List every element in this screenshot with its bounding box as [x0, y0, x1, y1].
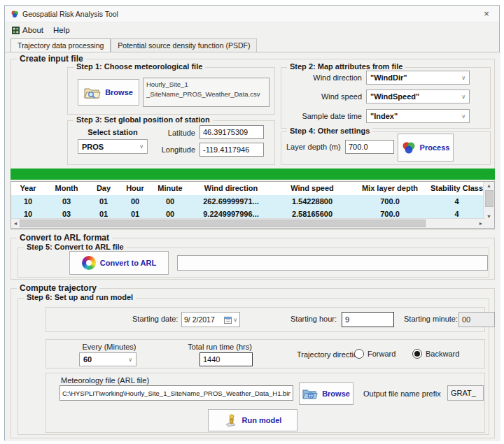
- wind-speed-label: Wind speed: [281, 92, 362, 101]
- folder-globe-icon: [302, 387, 318, 400]
- layer-depth-field[interactable]: [345, 140, 394, 154]
- met-arl-file-field-wrap: [59, 385, 293, 401]
- layer-depth-label: Layer depth (m): [286, 143, 341, 151]
- title-bar: Geospatial Risk Analysis Tool ×: [5, 6, 499, 22]
- starting-hour-label: Starting hour:: [290, 315, 337, 323]
- met-arl-file-label: Meteorology file (ARL file): [61, 376, 149, 385]
- col-header: Month: [45, 182, 88, 195]
- process-button[interactable]: Process: [398, 134, 454, 162]
- process-progress-bar: [10, 169, 495, 180]
- step5-title: Step 5: Convert to ARL file: [24, 243, 127, 251]
- chevron-down-icon: ∨: [128, 357, 132, 363]
- browse-arl-file-button[interactable]: Browse: [299, 382, 354, 405]
- every-minutes-select[interactable]: 60 ∨: [79, 352, 136, 366]
- scroll-left-icon[interactable]: ◄: [11, 221, 20, 226]
- step6-title: Step 6: Set up and run model: [24, 293, 136, 301]
- col-header: Hour: [119, 182, 151, 195]
- step2-title: Step 2: Map attributes from file: [287, 62, 405, 71]
- total-run-time-label: Total run time (hrs): [181, 343, 258, 351]
- scrollbar-corner: [484, 219, 494, 228]
- scroll-down-icon[interactable]: ▼: [484, 214, 494, 219]
- chevron-down-icon: ∨: [461, 94, 465, 100]
- longitude-label: Longitude: [156, 145, 195, 154]
- met-file-line2: _SiteName_PROS_Weather_Data.csv: [146, 89, 266, 99]
- output-prefix-field-wrap: [447, 385, 484, 401]
- starting-minute-field: [458, 312, 495, 327]
- runner-icon: [224, 413, 238, 427]
- longitude-field[interactable]: [200, 143, 264, 157]
- output-prefix-label: Output file name prefix: [363, 389, 441, 398]
- menu-item-label: Help: [53, 26, 70, 34]
- backward-radio[interactable]: Backward: [412, 349, 459, 359]
- sample-date-time-label: Sample date time: [281, 112, 362, 120]
- menu-item-about[interactable]: About: [10, 24, 49, 36]
- convert-progress-bar: [177, 255, 488, 271]
- browse-met-file-button[interactable]: Browse: [78, 79, 139, 106]
- col-header: Day: [88, 182, 119, 195]
- table-row[interactable]: 10 03 01 00 00 262.69999971... 1.5422880…: [11, 195, 485, 208]
- trajectory-direction-label: Trajectory direction: [297, 350, 362, 359]
- starting-date-picker[interactable]: 9/ 2/2017 ∨: [181, 312, 240, 327]
- screenshot-stage: Geospatial Risk Analysis Tool × About He…: [0, 0, 504, 444]
- wind-direction-select[interactable]: "WindDir" ∨: [366, 71, 470, 85]
- total-run-time-field-wrap: [200, 352, 253, 366]
- table-vertical-scrollbar[interactable]: ▲ ▼: [483, 182, 494, 220]
- starting-minute-label: Starting minute:: [404, 315, 458, 323]
- app-window: Geospatial Risk Analysis Tool × About He…: [4, 5, 500, 441]
- about-grid-icon: [12, 27, 20, 34]
- chevron-down-icon: ∨: [139, 143, 144, 150]
- tab-strip: Trajectory data processing Potential sou…: [10, 38, 495, 52]
- met-arl-file-field[interactable]: [59, 385, 293, 401]
- forward-radio[interactable]: Forward: [354, 349, 396, 359]
- tab-trajectory-data-processing[interactable]: Trajectory data processing: [10, 38, 111, 52]
- menu-item-help[interactable]: Help: [52, 24, 76, 36]
- longitude-field-wrap: [200, 143, 264, 157]
- radio-unchecked-icon[interactable]: [354, 349, 364, 359]
- met-file-line1: Hourly_Site_1: [146, 80, 266, 89]
- weather-data-table: Year Month Day Hour Minute Wind directio…: [10, 181, 495, 229]
- sample-date-time-select[interactable]: "Index" ∨: [366, 109, 470, 123]
- latitude-field[interactable]: [200, 125, 264, 139]
- group-title: Compute trajectory: [17, 283, 99, 293]
- convert-to-arl-button[interactable]: Convert to ARL: [69, 251, 169, 275]
- col-header: Wind speed: [273, 182, 351, 195]
- browse-button-label: Browse: [322, 389, 350, 398]
- chevron-down-icon: ∨: [461, 75, 465, 81]
- forward-radio-label: Forward: [368, 350, 396, 358]
- process-button-label: Process: [420, 143, 450, 152]
- col-header: Mix layer depth: [351, 182, 428, 195]
- convert-button-label: Convert to ARL: [100, 259, 156, 267]
- scrollbar-thumb[interactable]: [20, 220, 426, 227]
- close-button[interactable]: ×: [479, 8, 493, 19]
- chevron-down-icon: ∨: [233, 317, 237, 323]
- table-horizontal-scrollbar[interactable]: ◄ ►: [11, 218, 485, 228]
- chevron-down-icon: ∨: [461, 113, 465, 120]
- starting-minute-field-wrap: [458, 312, 495, 327]
- met-file-display: Hourly_Site_1 _SiteName_PROS_Weather_Dat…: [143, 78, 270, 107]
- layer-depth-field-wrap: [345, 140, 394, 154]
- browse-button-label: Browse: [105, 88, 133, 96]
- radio-checked-icon[interactable]: [412, 349, 422, 359]
- col-header: Wind direction: [189, 182, 273, 195]
- col-header: Minute: [151, 182, 189, 195]
- tab-psdf[interactable]: Potential source density function (PSDF): [111, 38, 257, 52]
- step4-title: Step 4: Other settings: [287, 127, 372, 135]
- calendar-icon: [224, 316, 232, 324]
- starting-hour-field[interactable]: [342, 312, 394, 327]
- group-title: Convert to ARL format: [17, 233, 112, 243]
- scroll-up-icon[interactable]: ▲: [484, 182, 494, 188]
- latitude-label: Latitude: [156, 129, 195, 137]
- col-header: Stability Class: [428, 182, 485, 195]
- run-model-button[interactable]: Run model: [208, 409, 298, 431]
- app-icon: [10, 10, 19, 18]
- scrollbar-thumb[interactable]: [485, 190, 493, 207]
- every-minutes-label: Every (Minutes): [79, 343, 139, 351]
- station-select[interactable]: PROS ∨: [78, 139, 148, 154]
- window-title: Geospatial Risk Analysis Tool: [22, 10, 118, 18]
- color-wheel-icon: [82, 256, 96, 270]
- wind-speed-select[interactable]: "WindSpeed" ∨: [366, 89, 470, 103]
- starting-date-label: Starting date:: [132, 315, 178, 323]
- output-prefix-field[interactable]: [447, 385, 484, 401]
- rgb-circles-icon: [402, 141, 416, 155]
- total-run-time-field[interactable]: [200, 352, 253, 366]
